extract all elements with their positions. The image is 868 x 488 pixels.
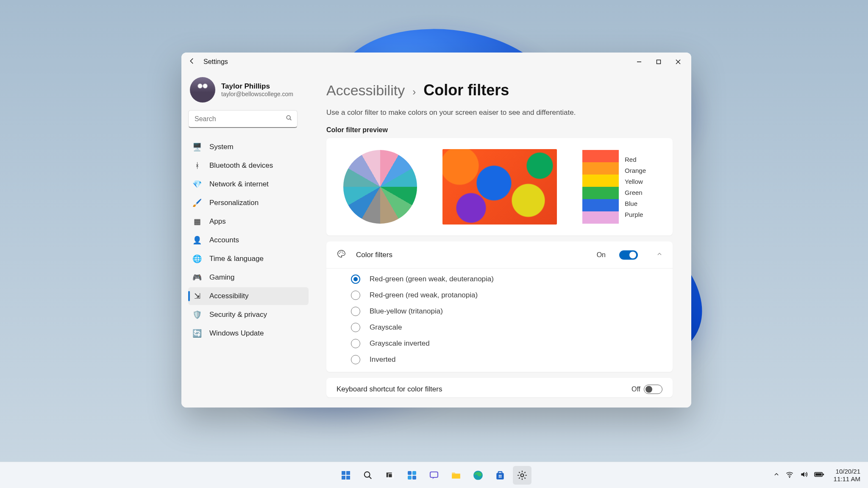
edge-button[interactable] [469, 466, 487, 485]
sidebar-item-accounts[interactable]: 👤Accounts [188, 231, 309, 249]
volume-icon[interactable] [800, 470, 808, 480]
sidebar-item-time[interactable]: 🌐Time & language [188, 250, 309, 268]
start-button[interactable] [337, 466, 355, 485]
color-filters-title: Color filters [356, 251, 587, 259]
sidebar-item-privacy[interactable]: 🛡️Security & privacy [188, 306, 309, 324]
arrow-left-icon [188, 57, 196, 65]
svg-rect-16 [412, 476, 416, 480]
minimize-button[interactable] [629, 53, 649, 70]
page-title: Color filters [423, 81, 509, 99]
privacy-icon: 🛡️ [192, 310, 202, 319]
filter-option[interactable]: Grayscale inverted [351, 339, 662, 348]
wifi-icon[interactable] [785, 470, 794, 480]
gaming-icon: 🎮 [192, 273, 202, 282]
search-icon [363, 471, 373, 480]
color-wheel-preview [343, 150, 417, 224]
maximize-button[interactable] [649, 53, 668, 70]
svg-point-5 [343, 253, 344, 254]
content-pane: Accessibility › Color filters Use a colo… [313, 71, 691, 408]
close-button[interactable] [668, 53, 688, 70]
sidebar-item-network[interactable]: 💎Network & internet [188, 175, 309, 193]
battery-icon[interactable] [814, 470, 824, 480]
keyboard-shortcut-label: Keyboard shortcut for color filters [337, 385, 632, 394]
color-filters-toggle[interactable] [619, 250, 638, 260]
sidebar-item-bluetooth[interactable]: ᚼBluetooth & devices [188, 157, 309, 175]
sidebar-item-update[interactable]: 🔄Windows Update [188, 324, 309, 342]
user-name: Taylor Phillips [221, 82, 293, 91]
search-box [188, 110, 298, 128]
svg-point-25 [521, 474, 524, 477]
chat-icon [429, 470, 439, 480]
svg-rect-22 [501, 474, 502, 476]
edge-icon [473, 470, 484, 481]
back-button[interactable] [188, 57, 196, 67]
sidebar-item-apps[interactable]: ▦Apps [188, 213, 309, 230]
palette-icon [337, 249, 346, 261]
filter-option[interactable]: Red-green (red weak, protanopia) [351, 291, 662, 300]
preview-label: Color filter preview [326, 126, 673, 134]
preview-card: RedOrangeYellowGreenBluePurple [326, 138, 673, 236]
color-filters-card: Color filters On Red-green (green weak, … [326, 241, 673, 372]
tray-time: 11:11 AM [834, 475, 860, 482]
svg-point-4 [342, 252, 342, 252]
keyboard-shortcut-card[interactable]: Keyboard shortcut for color filters Off [326, 378, 673, 397]
radio-icon [351, 323, 360, 332]
maximize-icon [656, 59, 661, 64]
photo-preview [442, 149, 557, 225]
svg-rect-21 [499, 474, 500, 476]
sidebar-item-gaming[interactable]: 🎮Gaming [188, 269, 309, 286]
swatch-green [582, 187, 619, 199]
svg-rect-20 [498, 471, 502, 474]
chat-button[interactable] [425, 466, 443, 485]
accounts-icon: 👤 [192, 236, 202, 245]
keyboard-shortcut-toggle[interactable] [644, 385, 662, 394]
time-icon: 🌐 [192, 254, 202, 263]
swatch-label: Purple [625, 211, 646, 218]
filter-option-label: Grayscale inverted [370, 339, 430, 348]
filter-option[interactable]: Inverted [351, 355, 662, 364]
color-filters-header[interactable]: Color filters On [326, 241, 673, 269]
widgets-button[interactable] [403, 466, 421, 485]
taskbar: 10/20/21 11:11 AM [0, 462, 868, 488]
swatch-label: Orange [625, 167, 646, 174]
page-description: Use a color filter to make colors on you… [326, 108, 673, 117]
swatch-label: Blue [625, 200, 646, 207]
swatch-red [582, 150, 619, 162]
file-explorer-button[interactable] [447, 466, 465, 485]
accessibility-icon: ⇲ [192, 291, 202, 301]
swatch-blue [582, 199, 619, 211]
swatch-yellow [582, 175, 619, 187]
windows-icon [341, 470, 351, 480]
search-button[interactable] [359, 466, 377, 485]
filter-option[interactable]: Grayscale [351, 323, 662, 332]
window-title: Settings [203, 58, 228, 66]
sidebar-item-label: Network & internet [209, 180, 269, 189]
task-view-button[interactable] [381, 466, 399, 485]
breadcrumb-parent[interactable]: Accessibility [326, 82, 405, 99]
radio-icon [351, 274, 360, 284]
store-button[interactable] [491, 466, 509, 485]
sidebar-item-accessibility[interactable]: ⇲Accessibility [188, 287, 309, 305]
sidebar-item-personalization[interactable]: 🖌️Personalization [188, 194, 309, 212]
filter-option[interactable]: Red-green (green weak, deuteranopia) [351, 274, 662, 284]
search-icon [286, 115, 292, 124]
svg-rect-15 [408, 476, 412, 480]
svg-rect-23 [499, 476, 500, 477]
swatch-purple [582, 211, 619, 224]
filter-option[interactable]: Blue-yellow (tritanopia) [351, 307, 662, 316]
widgets-icon [407, 470, 417, 480]
sidebar-item-system[interactable]: 🖥️System [188, 138, 309, 156]
filter-option-label: Red-green (green weak, deuteranopia) [370, 275, 494, 283]
tray-overflow-button[interactable] [773, 471, 779, 479]
close-icon [676, 59, 681, 64]
color-filters-state-label: On [597, 251, 606, 259]
settings-window: Settings Taylor Phillips taylor@bellowsc… [181, 53, 691, 408]
clock[interactable]: 10/20/21 11:11 AM [834, 468, 860, 482]
profile-block[interactable]: Taylor Phillips taylor@bellowscollege.co… [188, 75, 309, 108]
sidebar-item-label: System [209, 143, 234, 151]
search-input[interactable] [188, 110, 298, 128]
svg-point-26 [789, 477, 790, 478]
settings-taskbar-button[interactable] [513, 466, 531, 485]
sidebar-item-label: Time & language [209, 255, 264, 263]
svg-rect-13 [408, 471, 412, 475]
